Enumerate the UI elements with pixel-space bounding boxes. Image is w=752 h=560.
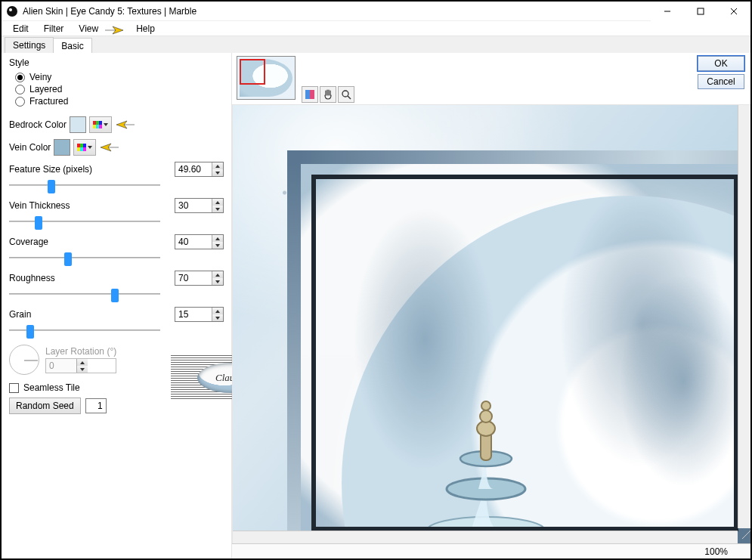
vein-thickness-group: Vein Thickness [9,198,224,228]
spinner-up-icon[interactable] [212,199,223,206]
palette-icon [93,121,102,128]
menu-view[interactable]: View [72,21,105,36]
menu-help[interactable]: Help [129,21,162,36]
coverage-spinner[interactable] [175,234,224,249]
grain-slider[interactable] [9,322,221,337]
roughness-group: Roughness [9,271,224,301]
feature-size-spinner[interactable] [175,162,224,177]
layer-rotation-group: Layer Rotation (°) [9,345,224,375]
titlebar: Alien Skin | Eye Candy 5: Textures | Mar… [2,2,750,21]
radio-icon [15,97,25,107]
tab-basic[interactable]: Basic [53,38,91,54]
zoom-level: 100% [704,546,728,557]
svg-line-9 [348,96,351,99]
feature-size-input[interactable] [175,162,212,176]
maximize-button[interactable] [684,2,717,21]
menu-filter[interactable]: Filter [37,21,71,36]
zoom-tool-button[interactable] [338,86,354,103]
grain-spinner[interactable] [175,307,224,322]
radio-label: Veiny [29,72,51,82]
rotation-input [46,359,76,373]
radio-label: Fractured [29,96,68,107]
roughness-spinner[interactable] [175,271,224,286]
style-label: Style [9,57,224,68]
tutorial-pointer-icon [99,141,120,154]
grain-input[interactable] [175,308,212,321]
cancel-button[interactable]: Cancel [698,74,744,89]
chevron-down-icon [88,146,92,149]
tab-row: Settings Basic [2,36,750,53]
spinner-up-icon[interactable] [212,162,223,169]
roughness-slider[interactable] [9,286,221,301]
close-button[interactable] [717,2,750,21]
spinner-down-icon[interactable] [212,169,223,176]
seamless-tile-checkbox[interactable] [9,383,19,393]
spinner-up-icon[interactable] [212,271,223,278]
vein-thickness-spinner[interactable] [175,198,224,213]
spinner-down-icon[interactable] [212,278,223,285]
svg-point-0 [7,6,17,17]
spinner-down-icon [77,366,88,373]
seamless-tile-label: Seamless Tile [23,382,80,393]
vertical-scrollbar[interactable] [738,105,750,528]
vein-thickness-slider[interactable] [9,213,221,228]
tab-settings[interactable]: Settings [5,37,54,53]
spinner-down-icon[interactable] [212,242,223,249]
statusbar: 100% [232,543,750,558]
feature-size-slider[interactable] [9,177,221,192]
navigator-thumbnail[interactable] [237,56,296,100]
tutorial-pointer-icon [115,118,136,131]
preview-area: OK Cancel [232,53,750,558]
coverage-input[interactable] [175,235,212,249]
minimize-button[interactable] [651,2,684,21]
svg-point-1 [9,8,12,11]
resize-grip-icon[interactable] [738,531,750,543]
trees-overlay [316,179,734,527]
navigator-selection[interactable] [240,59,265,85]
vein-color-swatch[interactable] [54,139,70,156]
horizontal-scrollbar[interactable] [233,531,738,543]
style-radio-layered[interactable]: Layered [15,83,224,95]
feature-size-group: Feature Size (pixels) [9,162,224,192]
app-icon [6,5,18,17]
vein-color-row: Vein Color [9,139,224,156]
show-original-button[interactable] [302,86,318,103]
spinner-down-icon[interactable] [212,314,223,321]
vein-palette-button[interactable] [73,139,96,156]
style-radio-fractured[interactable]: Fractured [15,95,224,107]
rotation-spinner [45,358,116,373]
bedrock-palette-button[interactable] [89,116,112,133]
inner-frame [311,175,738,531]
svg-point-8 [342,91,348,97]
bedrock-label: Bedrock Color [9,119,67,130]
spinner-up-icon [77,359,88,366]
ok-button[interactable]: OK [698,56,744,71]
random-seed-row: Random Seed 1 [9,398,224,414]
preview-canvas[interactable] [232,104,750,543]
random-seed-value[interactable]: 1 [85,398,107,413]
svg-rect-3 [698,8,704,14]
rotation-label: Layer Rotation (°) [45,346,116,357]
preview-toolbar: OK Cancel [232,53,750,104]
vein-thickness-input[interactable] [175,199,212,212]
random-seed-button[interactable]: Random Seed [9,398,81,414]
vein-thickness-label: Vein Thickness [9,200,70,211]
spinner-up-icon[interactable] [212,308,223,314]
radio-icon [15,73,25,82]
style-group: Style Veiny Layered Fractured [9,57,224,109]
spinner-up-icon[interactable] [212,235,223,242]
pan-tool-button[interactable] [320,86,336,103]
vein-label: Vein Color [9,142,51,153]
coverage-slider[interactable] [9,249,221,265]
chevron-down-icon [104,123,108,126]
image-frame [287,150,750,543]
style-radio-veiny[interactable]: Veiny [15,71,224,83]
roughness-input[interactable] [175,271,212,285]
settings-panel: Style Veiny Layered Fractured Bedrock Co… [2,53,232,558]
spinner-down-icon[interactable] [212,206,223,212]
menu-edit[interactable]: Edit [6,21,36,36]
bedrock-color-row: Bedrock Color [9,116,224,133]
bedrock-color-swatch[interactable] [70,116,86,133]
seamless-tile-row[interactable]: Seamless Tile [9,382,224,393]
window-title: Alien Skin | Eye Candy 5: Textures | Mar… [23,6,651,17]
